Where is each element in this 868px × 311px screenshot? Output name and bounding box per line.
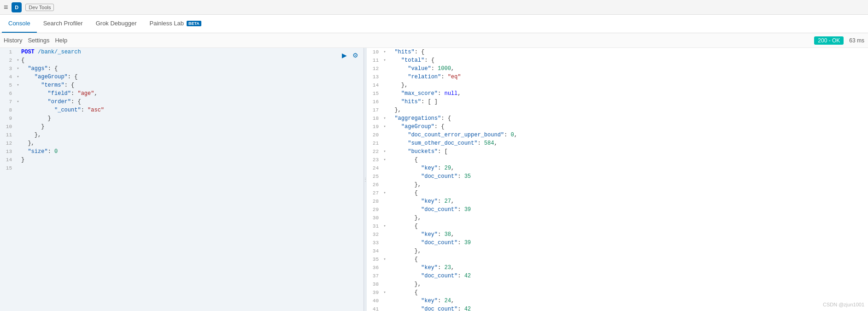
editor-line: 5▾ "terms": { bbox=[0, 81, 364, 89]
editor-panel: ▶ ⚙ 1POST /bank/_search2▾{3▾ "aggs": {4▾… bbox=[0, 48, 364, 311]
response-line: 38 }, bbox=[367, 280, 868, 288]
response-line: 21 "sum_other_doc_count": 584, bbox=[367, 139, 868, 147]
editor-line: 15 bbox=[0, 164, 364, 172]
settings-icon-button[interactable]: ⚙ bbox=[351, 51, 360, 60]
editor-line: 7▾ "order": { bbox=[0, 98, 364, 106]
response-editor: 10▾ "hits": {11▾ "total": {12 "value": 1… bbox=[367, 48, 868, 311]
response-line: 17 }, bbox=[367, 106, 868, 114]
help-link[interactable]: Help bbox=[55, 37, 67, 44]
response-line: 14 }, bbox=[367, 81, 868, 89]
response-line: 12 "value": 1000, bbox=[367, 65, 868, 73]
editor-line: 8 "_count": "asc" bbox=[0, 106, 364, 114]
response-time: 63 ms bbox=[849, 37, 864, 44]
secondary-toolbar: History Settings Help 200 - OK 63 ms bbox=[0, 33, 868, 48]
tab-console[interactable]: Console bbox=[2, 15, 37, 33]
response-line: 29 "doc_count": 39 bbox=[367, 205, 868, 214]
response-line: 19▾ "ageGroup": { bbox=[367, 123, 868, 131]
history-link[interactable]: History bbox=[4, 37, 22, 44]
tab-grok-debugger[interactable]: Grok Debugger bbox=[89, 15, 143, 33]
dev-tools-badge: Dev Tools bbox=[25, 4, 54, 11]
app-avatar: D bbox=[12, 2, 22, 12]
status-badge: 200 - OK bbox=[814, 36, 844, 45]
response-line: 37 "doc_count": 42 bbox=[367, 272, 868, 280]
response-line: 24 "key": 29, bbox=[367, 164, 868, 172]
editor-line: 13 "size": 0 bbox=[0, 147, 364, 156]
editor-line: 9 } bbox=[0, 114, 364, 123]
editor-line: 11 }, bbox=[0, 131, 364, 139]
settings-link[interactable]: Settings bbox=[28, 37, 49, 44]
editor-actions: ▶ ⚙ bbox=[340, 51, 360, 60]
response-line: 30 }, bbox=[367, 214, 868, 222]
hamburger-icon[interactable]: ≡ bbox=[4, 3, 8, 12]
response-line: 31▾ { bbox=[367, 222, 868, 230]
response-line: 20 "doc_count_error_upper_bound": 0, bbox=[367, 131, 868, 139]
response-line: 25 "doc_count": 35 bbox=[367, 172, 868, 181]
response-line: 33 "doc_count": 39 bbox=[367, 239, 868, 247]
editor-line: 12 }, bbox=[0, 139, 364, 147]
top-bar: ≡ D Dev Tools bbox=[0, 0, 868, 15]
response-line: 22▾ "buckets": [ bbox=[367, 147, 868, 156]
editor-line: 14} bbox=[0, 156, 364, 164]
response-line: 13 "relation": "eq" bbox=[367, 73, 868, 81]
editor-line: 1POST /bank/_search bbox=[0, 48, 364, 56]
tab-search-profiler[interactable]: Search Profiler bbox=[37, 15, 89, 33]
response-line: 41 "doc_count": 42 bbox=[367, 305, 868, 311]
response-line: 28 "key": 27, bbox=[367, 197, 868, 205]
response-line: 27▾ { bbox=[367, 189, 868, 197]
editor-line: 4▾ "ageGroup": { bbox=[0, 73, 364, 81]
response-line: 32 "key": 38, bbox=[367, 230, 868, 239]
response-line: 16 "hits": [ ] bbox=[367, 98, 868, 106]
code-editor[interactable]: 1POST /bank/_search2▾{3▾ "aggs": {4▾ "ag… bbox=[0, 48, 364, 311]
editor-line: 10 } bbox=[0, 123, 364, 131]
beta-badge: BETA bbox=[187, 21, 201, 26]
main-content: ▶ ⚙ 1POST /bank/_search2▾{3▾ "aggs": {4▾… bbox=[0, 48, 868, 311]
response-line: 39▾ { bbox=[367, 288, 868, 297]
response-line: 18▾ "aggregations": { bbox=[367, 114, 868, 123]
tab-painless-lab[interactable]: Painless Lab BETA bbox=[143, 15, 208, 33]
response-line: 35▾ { bbox=[367, 255, 868, 264]
editor-line: 2▾{ bbox=[0, 56, 364, 65]
response-line: 11▾ "total": { bbox=[367, 56, 868, 65]
watermark: CSDN @zjun1001 bbox=[823, 302, 864, 307]
run-button[interactable]: ▶ bbox=[340, 51, 349, 60]
nav-tabs: Console Search Profiler Grok Debugger Pa… bbox=[0, 15, 868, 33]
response-line: 34 }, bbox=[367, 247, 868, 255]
response-line: 10▾ "hits": { bbox=[367, 48, 868, 56]
response-line: 15 "max_score": null, bbox=[367, 89, 868, 98]
response-line: 40 "key": 24, bbox=[367, 297, 868, 305]
editor-line: 3▾ "aggs": { bbox=[0, 65, 364, 73]
response-line: 26 }, bbox=[367, 181, 868, 189]
response-panel: 10▾ "hits": {11▾ "total": {12 "value": 1… bbox=[367, 48, 868, 311]
response-line: 36 "key": 23, bbox=[367, 264, 868, 272]
editor-line: 6 "field": "age", bbox=[0, 89, 364, 98]
response-line: 23▾ { bbox=[367, 156, 868, 164]
